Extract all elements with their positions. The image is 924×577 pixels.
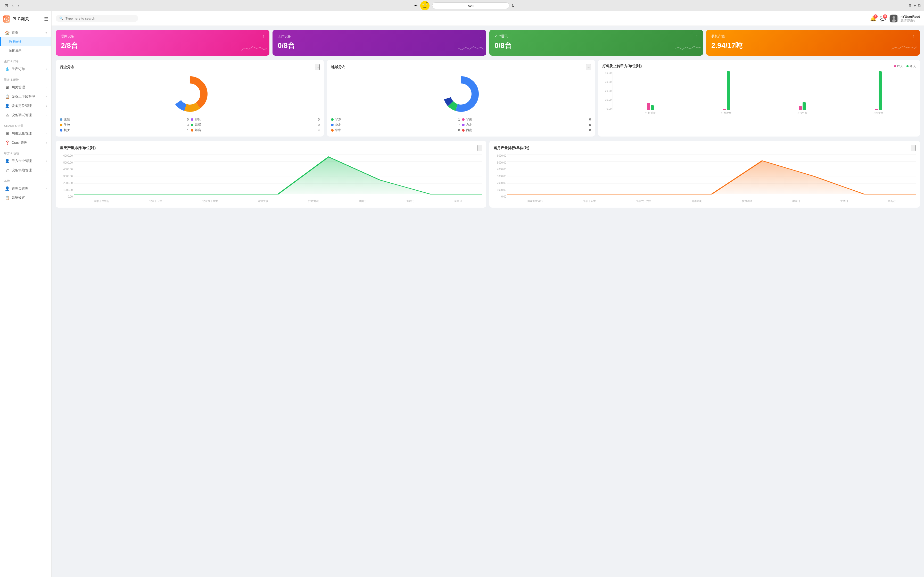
search-box: 🔍 <box>56 15 138 22</box>
gateway-icon: ⊞ <box>5 85 10 90</box>
home-icon: 🏠 <box>5 31 10 35</box>
arrow-icon: › <box>46 95 47 98</box>
logo-icon <box>3 15 10 23</box>
sidebar: PLC网关 ☰ 🏠 首页 ∨ 数据统计 地图展示 生产 & 订单 💧 生产订单 … <box>0 11 52 577</box>
stat-card-value: 2.94/17吨 <box>711 41 915 50</box>
notif-badge-1: 1 <box>874 15 877 19</box>
production-icon: 💧 <box>5 67 10 71</box>
stat-card-connected: 联网设备 ↑ 2/8台 <box>56 30 270 56</box>
settings-icon: 📋 <box>5 195 10 200</box>
new-tab-btn[interactable]: + <box>914 3 916 8</box>
avatar <box>889 14 898 23</box>
forward-btn[interactable]: › <box>16 3 20 8</box>
daily-chart-more[interactable]: ··· <box>477 145 482 151</box>
stat-card-title: 联网设备 <box>61 34 74 39</box>
sidebar-item-admin[interactable]: 👤 管理员管理 › <box>0 184 51 193</box>
sidebar-item-label: 设备定位管理 <box>11 103 32 108</box>
arrow-icon: › <box>46 132 47 135</box>
search-icon: 🔍 <box>59 16 63 20</box>
back-btn[interactable]: ‹ <box>11 3 15 8</box>
charts-row: 行业分布 ··· <box>56 60 920 137</box>
sidebar-item-device-online[interactable]: 📋 设备上下线管理 › <box>0 92 51 101</box>
region-chart-title: 地域分布 <box>331 65 346 69</box>
stat-card-capacity: 装机产能 ↑ 2.94/17吨 <box>706 30 920 56</box>
monthly-chart-more[interactable]: ··· <box>911 145 916 151</box>
user-role: 超级管理员 <box>901 19 920 23</box>
stat-card-title: 工作设备 <box>278 34 291 39</box>
monthly-chart-title: 当月产量排行/单位(吨) <box>493 146 529 150</box>
sidebar-item-map-view[interactable]: 地图展示 <box>0 47 51 55</box>
industry-donut-chart <box>169 73 210 114</box>
wave-chart <box>675 43 701 53</box>
stat-card-value: 0/8台 <box>278 41 481 50</box>
sidebar-item-crash[interactable]: ❓ Crash管理 › <box>0 138 51 147</box>
monthly-chart-card: 当月产量排行/单位(吨) ··· 6000.00 5000.00 4000.00… <box>489 141 920 208</box>
browser-bar: ⊡ ‹ › ☀ ↻ ⬆ + ⧉ <box>0 0 924 11</box>
sidebar-item-device-debug[interactable]: ⚠ 设备调试管理 › <box>0 111 51 120</box>
industry-chart-more[interactable]: ··· <box>315 64 320 70</box>
sidebar-sub-label: 数据统计 <box>9 40 21 44</box>
sidebar-item-data-stats[interactable]: 数据统计 <box>0 37 51 47</box>
sidebar-item-label: 生产订单 <box>11 67 25 71</box>
svg-point-12 <box>179 84 200 104</box>
user-name: nYUserRoot <box>901 15 920 19</box>
crash-icon: ❓ <box>5 140 10 145</box>
sidebar-item-label: 设备调试管理 <box>11 113 32 118</box>
wave-chart <box>241 43 267 53</box>
region-legend: 华东1 华南0 华北7 东北0 华中0 西南0 <box>331 117 591 132</box>
x-label: 打料次数 <box>721 111 732 115</box>
refresh-btn[interactable]: ↻ <box>512 3 515 8</box>
sidebar-item-production-order[interactable]: 💧 生产订单 › <box>0 64 51 74</box>
sidebar-item-label: 管理员管理 <box>11 186 28 191</box>
dashboard: 联网设备 ↑ 2/8台 工作设备 ↓ 0/8台 <box>52 26 924 577</box>
x-label: 上传次数 <box>873 111 883 115</box>
share-btn[interactable]: ⬆ <box>908 3 912 8</box>
copy-btn[interactable]: ⧉ <box>918 3 921 8</box>
sidebar-item-label: 首页 <box>11 31 18 35</box>
industry-chart-card: 行业分布 ··· <box>56 60 324 137</box>
industry-chart-title: 行业分布 <box>60 65 74 69</box>
today-label: 今天 <box>909 64 916 69</box>
sidebar-toggle-btn[interactable]: ⊡ <box>3 3 10 8</box>
arrow-icon: › <box>46 104 47 107</box>
sidebar-item-client-mgmt[interactable]: 👤 甲方企业管理 › <box>0 156 51 166</box>
arrow-icon: ∨ <box>45 31 47 34</box>
stat-card-working: 工作设备 ↓ 0/8台 <box>273 30 486 56</box>
arrow-up-icon: ↑ <box>262 34 264 39</box>
browser-actions: ⬆ + ⧉ <box>908 3 921 8</box>
search-input[interactable] <box>66 16 134 20</box>
sidebar-item-network-flow[interactable]: ⊞ 网络流量管理 › <box>0 129 51 138</box>
menu-toggle-icon[interactable]: ☰ <box>44 16 48 22</box>
sidebar-item-gateway[interactable]: ⊞ 网关管理 › <box>0 83 51 92</box>
arrow-up-icon: ↑ <box>913 34 915 39</box>
bar-chart-card: 打料及上传甲方/单位(吨) 昨天 今天 <box>598 60 920 137</box>
arrow-icon: › <box>46 141 47 144</box>
x-label: 上传甲方 <box>797 111 807 115</box>
wave-chart <box>458 43 484 53</box>
sidebar-item-settings[interactable]: 📋 系统设置 <box>0 193 51 203</box>
sidebar-item-site-mgmt[interactable]: 🏷 设备场地管理 › <box>0 166 51 175</box>
stat-card-value: 0/8台 <box>494 41 698 50</box>
sidebar-item-home[interactable]: 🏠 首页 ∨ <box>0 28 51 37</box>
brightness-btn[interactable]: ☀ <box>414 3 418 8</box>
sidebar-item-device-location[interactable]: 👤 设备定位管理 › <box>0 101 51 111</box>
section-label-production: 生产 & 订单 <box>0 58 51 64</box>
notification-btn-1[interactable]: 🔔 1 <box>870 15 877 22</box>
stat-card-title: PLC通讯 <box>494 34 508 39</box>
section-label-client: 甲方 & 场地 <box>0 150 51 156</box>
region-chart-more[interactable]: ··· <box>586 64 591 70</box>
url-input[interactable] <box>432 2 509 9</box>
arrow-icon: › <box>46 114 47 117</box>
svg-marker-23 <box>74 157 482 194</box>
bar-chart-title: 打料及上传甲方/单位(吨) <box>602 64 642 69</box>
daily-chart-title: 当天产量排行/单位(吨) <box>60 146 96 150</box>
section-label-other: 其他 <box>0 177 51 184</box>
user-info[interactable]: nYUserRoot 超级管理员 <box>889 14 920 23</box>
arrow-down-icon: ↓ <box>479 34 481 39</box>
sidebar-item-label: 甲方企业管理 <box>11 159 32 163</box>
section-label-device: 设备 & 维护 <box>0 76 51 83</box>
sidebar-item-label: 设备上下线管理 <box>11 94 35 99</box>
notification-btn-2[interactable]: 💬 8 <box>880 15 886 22</box>
arrow-icon: › <box>46 68 47 71</box>
svg-point-16 <box>451 84 471 104</box>
